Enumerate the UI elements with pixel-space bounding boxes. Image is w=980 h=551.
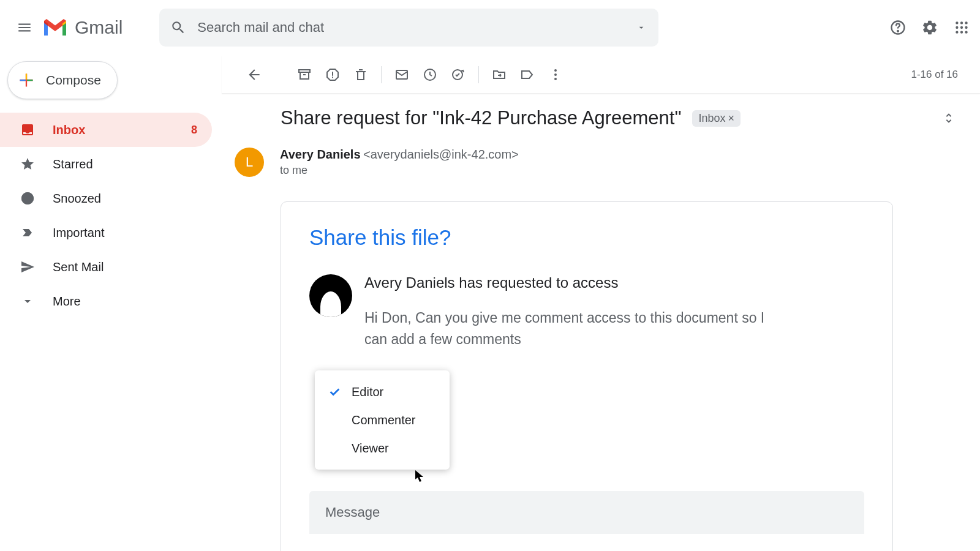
check-icon <box>326 385 343 399</box>
share-title: Share this file? <box>309 225 864 250</box>
more-button[interactable] <box>541 61 570 89</box>
role-option-commenter[interactable]: Commenter <box>315 406 450 434</box>
labels-button[interactable] <box>513 61 541 89</box>
header: Gmail <box>0 0 980 55</box>
sender-email: <averydaniels@ink-42.com> <box>363 148 519 161</box>
svg-point-21 <box>554 78 557 80</box>
svg-rect-11 <box>26 74 27 80</box>
svg-point-20 <box>554 73 557 76</box>
role-option-viewer[interactable]: Viewer <box>315 434 450 462</box>
svg-point-8 <box>956 31 958 33</box>
sidebar-item-important[interactable]: Important <box>0 216 212 250</box>
archive-button[interactable] <box>290 61 318 89</box>
message-input[interactable]: Message <box>309 491 864 534</box>
sidebar-item-inbox[interactable]: Inbox 8 <box>0 113 212 147</box>
main-menu-button[interactable] <box>10 13 39 42</box>
expand-collapse-icon[interactable] <box>942 111 956 125</box>
option-label: Commenter <box>352 413 415 427</box>
nav-count: 8 <box>191 124 197 137</box>
sender-avatar[interactable]: L <box>235 148 264 177</box>
recipient-line: to me <box>280 164 519 177</box>
star-icon <box>20 156 36 172</box>
divider <box>478 66 479 83</box>
move-button[interactable] <box>485 61 513 89</box>
svg-rect-12 <box>27 80 32 81</box>
option-label: Viewer <box>352 441 389 455</box>
content-area: 1-16 of 16 Share request for "Ink-42 Pur… <box>222 55 980 551</box>
sidebar-item-starred[interactable]: Starred <box>0 147 212 181</box>
svg-rect-15 <box>299 70 310 72</box>
svg-point-19 <box>554 69 557 72</box>
clock-icon <box>20 190 36 206</box>
chip-label: Inbox <box>698 112 725 125</box>
pagination-text: 1-16 of 16 <box>911 69 980 81</box>
svg-point-2 <box>956 21 958 24</box>
compose-button[interactable]: Compose <box>7 61 118 99</box>
compose-label: Compose <box>46 73 101 88</box>
email-subject: Share request for "Ink-42 Purchase Agree… <box>281 107 681 129</box>
header-actions <box>889 19 970 36</box>
divider <box>381 66 382 83</box>
svg-point-5 <box>956 26 958 29</box>
gmail-logo-icon <box>42 17 69 38</box>
search-options-icon[interactable] <box>636 23 646 32</box>
close-icon[interactable]: × <box>728 112 734 125</box>
nav-label: More <box>53 294 81 309</box>
sender-row: L Avery Daniels <averydaniels@ink-42.com… <box>235 148 956 177</box>
request-message: Hi Don, Can you give me comment access t… <box>364 307 769 350</box>
svg-point-1 <box>897 31 899 32</box>
sidebar-item-snoozed[interactable]: Snoozed <box>0 181 212 216</box>
subject-row: Share request for "Ink-42 Purchase Agree… <box>281 107 956 129</box>
compose-plus-icon <box>18 72 35 89</box>
svg-point-9 <box>960 31 963 33</box>
sidebar-item-more[interactable]: More <box>0 284 212 318</box>
email-body: Share request for "Ink-42 Purchase Agree… <box>222 94 980 551</box>
spam-button[interactable] <box>318 61 347 89</box>
inbox-icon <box>20 122 36 138</box>
back-button[interactable] <box>240 61 268 89</box>
add-task-button[interactable] <box>444 61 472 89</box>
option-label: Editor <box>352 385 383 399</box>
search-input[interactable] <box>197 20 647 36</box>
gmail-logo-text: Gmail <box>75 17 123 38</box>
support-icon[interactable] <box>889 19 907 36</box>
nav-label: Inbox <box>53 123 85 137</box>
svg-point-3 <box>960 21 963 24</box>
share-card: Share this file? Avery Daniels has reque… <box>281 201 893 551</box>
role-option-editor[interactable]: Editor <box>315 378 450 406</box>
svg-point-14 <box>21 192 34 204</box>
sidebar: Compose Inbox 8 Starred Snoozed Impor <box>0 55 222 551</box>
nav-label: Snoozed <box>53 192 101 206</box>
role-dropdown: Editor Commenter Viewer <box>315 370 450 470</box>
nav-label: Important <box>53 226 104 240</box>
request-line: Avery Daniels has requested to access <box>364 274 864 291</box>
svg-point-4 <box>965 21 967 24</box>
svg-rect-13 <box>20 80 26 81</box>
sender-name: Avery Daniels <box>280 148 361 161</box>
important-icon <box>20 225 36 241</box>
inbox-chip[interactable]: Inbox × <box>692 110 741 127</box>
sidebar-item-sent[interactable]: Sent Mail <box>0 250 212 284</box>
search-bar[interactable] <box>159 9 658 47</box>
nav-label: Starred <box>53 157 93 171</box>
svg-point-10 <box>965 31 967 33</box>
send-icon <box>20 259 36 275</box>
svg-point-7 <box>965 26 967 29</box>
chevron-down-icon <box>20 293 36 309</box>
gmail-logo[interactable]: Gmail <box>42 17 123 38</box>
settings-icon[interactable] <box>921 19 938 36</box>
svg-point-6 <box>960 26 963 29</box>
delete-button[interactable] <box>347 61 375 89</box>
mark-unread-button[interactable] <box>388 61 416 89</box>
requester-avatar <box>309 274 352 317</box>
email-toolbar: 1-16 of 16 <box>222 56 980 94</box>
snooze-button[interactable] <box>416 61 444 89</box>
nav-label: Sent Mail <box>53 260 104 274</box>
search-icon <box>170 20 186 36</box>
apps-icon[interactable] <box>953 19 970 36</box>
